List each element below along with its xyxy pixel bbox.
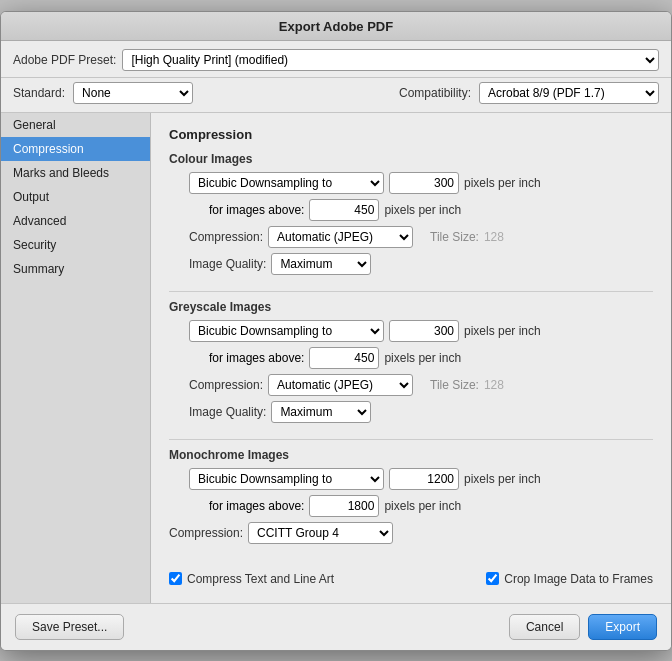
preset-row: Adobe PDF Preset: [High Quality Print] (… <box>1 41 671 78</box>
grey-quality-row: Image Quality: Maximum <box>189 401 653 423</box>
standard-label: Standard: <box>13 86 65 100</box>
colour-quality-label: Image Quality: <box>189 257 266 271</box>
grey-for-images-ppi[interactable] <box>309 347 379 369</box>
grey-quality-select[interactable]: Maximum <box>271 401 371 423</box>
colour-downsample-row: Bicubic Downsampling to pixels per inch <box>189 172 653 194</box>
colour-for-images-row: for images above: pixels per inch <box>209 199 653 221</box>
title-bar: Export Adobe PDF <box>1 12 671 41</box>
dialog-title: Export Adobe PDF <box>279 19 393 34</box>
sidebar-item-security[interactable]: Security <box>1 233 150 257</box>
mono-compression-label: Compression: <box>169 526 243 540</box>
preset-label: Adobe PDF Preset: <box>13 53 116 67</box>
mono-compression-select[interactable]: CCITT Group 4 <box>248 522 393 544</box>
colour-for-images-unit: pixels per inch <box>384 203 461 217</box>
main-content: General Compression Marks and Bleeds Out… <box>1 113 671 603</box>
monochrome-images-group: Monochrome Images Bicubic Downsampling t… <box>169 448 653 544</box>
grey-downsample-select[interactable]: Bicubic Downsampling to <box>189 320 384 342</box>
grey-quality-label: Image Quality: <box>189 405 266 419</box>
grey-compression-label: Compression: <box>189 378 263 392</box>
grey-tile-value: 128 <box>484 378 504 392</box>
colour-downsample-ppi[interactable] <box>389 172 459 194</box>
sidebar-item-output[interactable]: Output <box>1 185 150 209</box>
footer: Save Preset... Cancel Export <box>1 603 671 650</box>
grey-downsample-unit: pixels per inch <box>464 324 541 338</box>
colour-for-images-ppi[interactable] <box>309 199 379 221</box>
preset-select[interactable]: [High Quality Print] (modified) <box>122 49 659 71</box>
mono-downsample-ppi[interactable] <box>389 468 459 490</box>
colour-compression-select[interactable]: Automatic (JPEG) <box>268 226 413 248</box>
mono-for-images-row: for images above: pixels per inch <box>209 495 653 517</box>
mono-downsample-row: Bicubic Downsampling to pixels per inch <box>189 468 653 490</box>
grey-for-images-unit: pixels per inch <box>384 351 461 365</box>
colour-tile-value: 128 <box>484 230 504 244</box>
grey-compression-row: Compression: Automatic (JPEG) Tile Size:… <box>189 374 653 396</box>
sidebar-item-marks-bleeds[interactable]: Marks and Bleeds <box>1 161 150 185</box>
divider-1 <box>169 291 653 292</box>
colour-tile-label: Tile Size: <box>430 230 479 244</box>
compress-text-checkbox[interactable] <box>169 572 182 585</box>
mono-for-images-label: for images above: <box>209 499 304 513</box>
save-preset-button[interactable]: Save Preset... <box>15 614 124 640</box>
colour-compression-label: Compression: <box>189 230 263 244</box>
grey-tile-label: Tile Size: <box>430 378 479 392</box>
mono-for-images-unit: pixels per inch <box>384 499 461 513</box>
colour-downsample-unit: pixels per inch <box>464 176 541 190</box>
compress-text-row: Compress Text and Line Art <box>169 572 334 586</box>
crop-image-label: Crop Image Data to Frames <box>504 572 653 586</box>
section-title: Compression <box>169 127 653 142</box>
mono-for-images-ppi[interactable] <box>309 495 379 517</box>
sidebar-item-general[interactable]: General <box>1 113 150 137</box>
standard-row: Standard: None Compatibility: Acrobat 8/… <box>1 78 671 113</box>
grey-downsample-ppi[interactable] <box>389 320 459 342</box>
crop-image-row: Crop Image Data to Frames <box>486 572 653 586</box>
mono-compression-row: Compression: CCITT Group 4 <box>169 522 653 544</box>
colour-compression-row: Compression: Automatic (JPEG) Tile Size:… <box>189 226 653 248</box>
export-pdf-dialog: Export Adobe PDF Adobe PDF Preset: [High… <box>0 11 672 651</box>
crop-image-checkbox[interactable] <box>486 572 499 585</box>
mono-downsample-select[interactable]: Bicubic Downsampling to <box>189 468 384 490</box>
sidebar-item-advanced[interactable]: Advanced <box>1 209 150 233</box>
grey-compression-select[interactable]: Automatic (JPEG) <box>268 374 413 396</box>
sidebar-item-compression[interactable]: Compression <box>1 137 150 161</box>
colour-images-group: Colour Images Bicubic Downsampling to pi… <box>169 152 653 275</box>
compress-text-label: Compress Text and Line Art <box>187 572 334 586</box>
colour-images-title: Colour Images <box>169 152 653 166</box>
divider-2 <box>169 439 653 440</box>
grey-for-images-row: for images above: pixels per inch <box>209 347 653 369</box>
content-area: Compression Colour Images Bicubic Downsa… <box>151 113 671 603</box>
colour-quality-select[interactable]: Maximum <box>271 253 371 275</box>
colour-downsample-select[interactable]: Bicubic Downsampling to <box>189 172 384 194</box>
bottom-checkboxes: Compress Text and Line Art Crop Image Da… <box>169 560 653 594</box>
grey-downsample-row: Bicubic Downsampling to pixels per inch <box>189 320 653 342</box>
greyscale-images-group: Greyscale Images Bicubic Downsampling to… <box>169 300 653 423</box>
standard-select[interactable]: None <box>73 82 193 104</box>
export-button[interactable]: Export <box>588 614 657 640</box>
grey-for-images-label: for images above: <box>209 351 304 365</box>
colour-quality-row: Image Quality: Maximum <box>189 253 653 275</box>
colour-for-images-label: for images above: <box>209 203 304 217</box>
sidebar-item-summary[interactable]: Summary <box>1 257 150 281</box>
monochrome-images-title: Monochrome Images <box>169 448 653 462</box>
cancel-button[interactable]: Cancel <box>509 614 580 640</box>
compat-select[interactable]: Acrobat 8/9 (PDF 1.7) <box>479 82 659 104</box>
greyscale-images-title: Greyscale Images <box>169 300 653 314</box>
mono-downsample-unit: pixels per inch <box>464 472 541 486</box>
sidebar: General Compression Marks and Bleeds Out… <box>1 113 151 603</box>
compat-label: Compatibility: <box>399 86 471 100</box>
